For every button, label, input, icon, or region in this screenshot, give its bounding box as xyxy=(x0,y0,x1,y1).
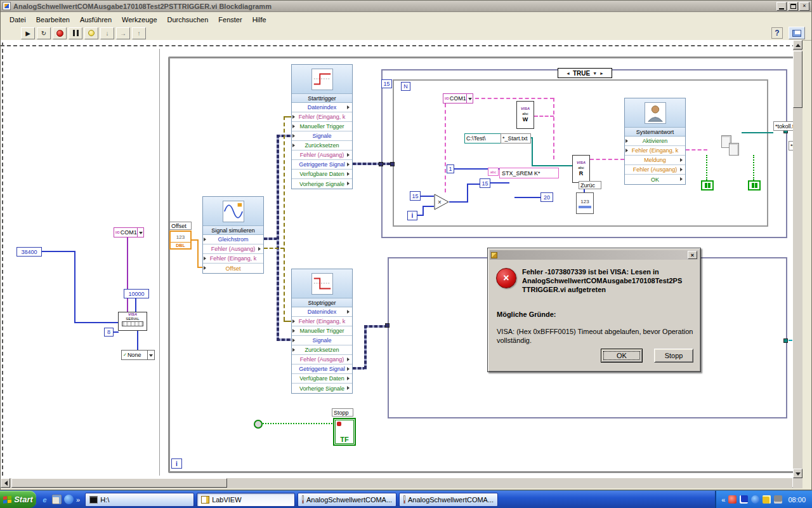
volume-icon[interactable] xyxy=(763,495,771,504)
stop-button[interactable]: Stopp xyxy=(654,349,693,363)
menu-durchsuchen[interactable]: Durchsuchen xyxy=(162,14,214,25)
command-string-constant[interactable]: STX_SREM K* xyxy=(499,168,559,178)
boolean-array-constant[interactable] xyxy=(748,180,761,190)
media-player-icon[interactable] xyxy=(64,495,74,504)
terminal-row[interactable]: Fehler (Ausgang) xyxy=(203,244,263,254)
abort-button[interactable] xyxy=(53,27,67,39)
terminal-row[interactable]: Fehler (Ausgang) xyxy=(625,165,685,175)
offset-control-terminal[interactable]: 123 DBL xyxy=(169,231,192,250)
boolean-array-constant[interactable] xyxy=(701,180,714,190)
close-button[interactable]: × xyxy=(799,2,809,11)
visa-write-node[interactable]: VISAabcW xyxy=(516,101,534,129)
terminal-row[interactable]: Vorherige Signale xyxy=(292,179,352,189)
for-iteration-terminal[interactable]: i xyxy=(407,211,417,220)
terminal-row[interactable]: Offset xyxy=(203,264,263,273)
step-into-button[interactable]: ↓ xyxy=(100,27,114,39)
terminal-row[interactable]: Gleichstrom xyxy=(203,235,263,244)
case-prev-icon[interactable]: ◄ xyxy=(566,71,570,76)
terminal-row[interactable]: Fehler (Eingang, k xyxy=(292,112,352,122)
step-over-button[interactable]: → xyxy=(116,27,130,39)
menu-hilfe[interactable]: Hilfe xyxy=(247,14,272,25)
while-iteration-terminal[interactable]: i xyxy=(171,458,182,469)
terminal-row[interactable]: Getriggerte Signal xyxy=(292,160,352,170)
task-button-cmd[interactable]: H:\ xyxy=(85,493,194,507)
terminal-row[interactable]: Fehler (Ausgang) xyxy=(292,150,352,160)
task-button-labview[interactable]: LabVIEW xyxy=(197,493,295,507)
terminal-row[interactable]: Meldung xyxy=(625,156,685,165)
fifteen-constant[interactable]: 15 xyxy=(480,178,490,188)
show-desktop-icon[interactable] xyxy=(52,495,62,504)
terminal-row[interactable]: Verfügbare Daten xyxy=(292,374,352,384)
case-selector[interactable]: ◄ TRUE ▼ ► xyxy=(558,68,612,78)
menu-ausfuehren[interactable]: Ausführen xyxy=(75,14,117,25)
terminal-row[interactable]: Datenindex xyxy=(292,307,352,317)
scroll-up-icon[interactable] xyxy=(793,40,802,50)
dropdown-arrow-icon[interactable] xyxy=(147,351,154,359)
scrollbar-thumb[interactable] xyxy=(11,478,227,488)
scroll-left-icon[interactable] xyxy=(1,478,10,488)
quick-launch-overflow-icon[interactable]: » xyxy=(76,496,80,504)
terminal-row[interactable]: Signale xyxy=(292,336,352,345)
visa-read-node[interactable]: VISAabcR xyxy=(572,155,590,183)
start-file-label[interactable]: *_Start.txt xyxy=(501,133,531,144)
menu-bearbeiten[interactable]: Bearbeiten xyxy=(31,14,75,25)
com-port-constant-case[interactable]: I/O COM1 xyxy=(443,93,473,104)
scrollbar-thumb[interactable] xyxy=(793,51,802,108)
terminal-row[interactable]: Zurücksetzen xyxy=(292,345,352,355)
data-bits-constant[interactable]: 8 xyxy=(104,328,114,337)
terminal-row[interactable]: Fehler (Eingang, k xyxy=(203,254,263,264)
conversion-node[interactable]: 123 xyxy=(576,192,594,214)
maximize-button[interactable] xyxy=(788,2,798,11)
scroll-down-icon[interactable] xyxy=(793,469,802,478)
terminal-row[interactable]: Zurücksetzen xyxy=(292,141,352,150)
case-dropdown-icon[interactable]: ▼ xyxy=(593,71,597,76)
title-bar[interactable]: AnalogSchwellwertCOMAusgabe170108Test2PS… xyxy=(1,1,811,12)
vertical-scrollbar[interactable] xyxy=(793,40,802,478)
terminal-row[interactable]: Datenindex xyxy=(292,103,352,112)
stop-button-terminal[interactable]: TF xyxy=(333,418,356,446)
terminal-row[interactable]: Verfügbare Daten xyxy=(292,170,352,179)
menu-werkzeuge[interactable]: Werkzeuge xyxy=(117,14,162,25)
terminal-row[interactable]: Fehler (Eingang, k xyxy=(625,146,685,156)
terminal-row[interactable]: Fehler (Eingang, k xyxy=(292,317,352,326)
terminal-row[interactable]: OK xyxy=(625,175,685,184)
dialog-close-button[interactable]: × xyxy=(688,251,697,259)
internet-explorer-icon[interactable]: e xyxy=(40,495,49,504)
twenty-constant[interactable]: 20 xyxy=(540,192,553,202)
navigation-window-button[interactable] xyxy=(789,27,805,39)
tray-overflow-icon[interactable]: « xyxy=(721,496,725,504)
file-path-constant[interactable]: C:\Test\ xyxy=(464,133,501,144)
shield-icon[interactable] xyxy=(728,495,737,504)
messenger-icon[interactable] xyxy=(740,495,748,504)
horizontal-scrollbar[interactable] xyxy=(1,478,802,488)
step-out-button[interactable]: ↑ xyxy=(132,27,146,39)
boolean-constant[interactable] xyxy=(254,420,263,429)
terminal-row[interactable]: Fehler (Ausgang) xyxy=(292,355,352,364)
terminal-row[interactable]: Manueller Trigger xyxy=(292,122,352,131)
task-button-vi-1[interactable]: AnalogSchwellwertCOMA... xyxy=(298,493,396,507)
flow-control-constant[interactable]: ✓ None xyxy=(121,350,155,360)
start-button[interactable]: Start xyxy=(0,491,36,508)
terminal-row[interactable]: Signale xyxy=(292,131,352,141)
run-continuous-button[interactable]: ↻ xyxy=(37,27,51,39)
highlight-execution-button[interactable] xyxy=(84,27,98,39)
timeout-constant[interactable]: 10000 xyxy=(124,289,149,298)
terminal-row[interactable]: Vorherige Signale xyxy=(292,384,352,393)
network-icon[interactable] xyxy=(751,495,759,504)
baud-rate-constant[interactable]: 38400 xyxy=(16,247,42,257)
dropdown-arrow-icon[interactable] xyxy=(137,228,143,237)
menu-datei[interactable]: Datei xyxy=(4,14,31,25)
run-button[interactable]: ▶ xyxy=(21,27,35,39)
menu-fenster[interactable]: Fenster xyxy=(213,14,247,25)
loop-count-constant[interactable]: 15 xyxy=(381,79,392,88)
multiply-node[interactable]: × xyxy=(434,194,449,210)
system-response-node[interactable]: Systemantwort Aktivieren Fehler (Eingang… xyxy=(624,98,686,185)
minimize-button[interactable] xyxy=(776,2,787,11)
ok-button[interactable]: OK xyxy=(601,349,643,363)
fifteen-constant[interactable]: 15 xyxy=(410,191,421,201)
terminal-row[interactable]: Aktivieren xyxy=(625,137,685,146)
dropdown-arrow-icon[interactable] xyxy=(466,94,473,103)
terminal-row[interactable]: Manueller Trigger xyxy=(292,326,352,336)
com-port-constant[interactable]: I/O COM1 xyxy=(114,227,144,237)
help-button[interactable]: ? xyxy=(771,27,783,39)
